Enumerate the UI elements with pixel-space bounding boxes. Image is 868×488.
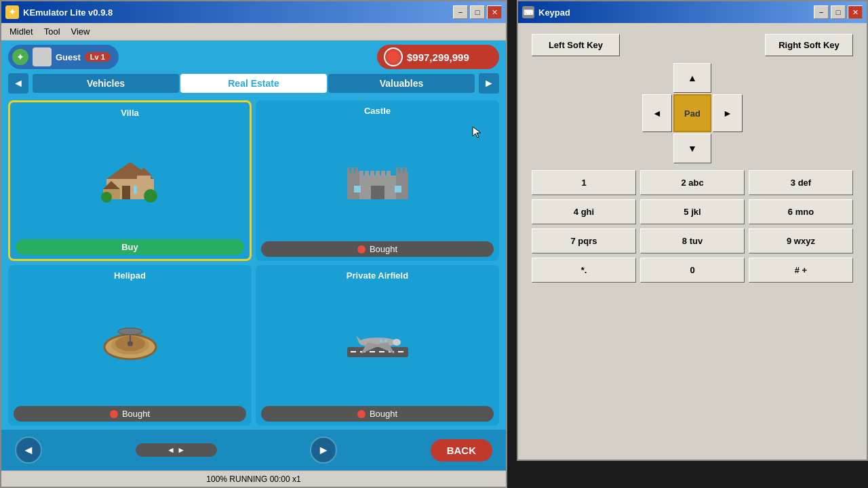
footer-right-button[interactable]: ►	[310, 436, 337, 464]
emulator-icon: ✦	[5, 5, 19, 19]
game-tabs: ◄ Vehicles Real Estate Valuables ►	[1, 73, 506, 94]
item-card-villa[interactable]: Villa Buy	[8, 100, 252, 261]
status-text: 100% RUNNING 00:00 x1	[206, 474, 300, 484]
svg-rect-14	[355, 167, 358, 174]
menu-midlet[interactable]: Midlet	[4, 25, 39, 38]
svg-point-42	[380, 340, 382, 342]
numpad: 1 2 abc 3 def 4 ghi 5 jkl 6 mno 7 pqrs 8…	[532, 170, 853, 283]
star-icon: ✦	[12, 49, 28, 65]
svg-point-10	[144, 189, 157, 203]
keypad-title-bar: ⌨ Keypad − □ ✕	[518, 1, 867, 23]
item-image-airfield	[261, 283, 494, 403]
bought-airfield-button: Bought	[261, 406, 494, 422]
key-3[interactable]: 3 def	[749, 170, 853, 195]
item-image-castle	[261, 119, 494, 239]
scroll-track[interactable]: ◄ ►	[136, 443, 217, 457]
tab-real-estate[interactable]: Real Estate	[180, 74, 327, 93]
dpad-left-button[interactable]: ◄	[642, 94, 672, 132]
svg-rect-18	[404, 167, 407, 174]
key-star[interactable]: *.	[532, 258, 636, 283]
dpad-empty-tr	[713, 63, 743, 93]
svg-rect-20	[359, 171, 363, 178]
svg-rect-28	[395, 186, 401, 192]
money-display: $997,299,999	[377, 45, 499, 69]
svg-rect-26	[371, 186, 384, 199]
key-6[interactable]: 6 mno	[749, 199, 853, 224]
emulator-window-controls: − □ ✕	[453, 5, 502, 19]
buy-villa-button[interactable]: Buy	[16, 239, 244, 255]
keypad-close-button[interactable]: ✕	[848, 5, 863, 19]
status-bar: 100% RUNNING 00:00 x1	[1, 470, 506, 487]
key-2[interactable]: 2 abc	[640, 170, 745, 195]
game-footer: ◄ ◄ ► ► BACK	[1, 430, 506, 470]
menu-tool[interactable]: Tool	[39, 25, 66, 38]
key-0[interactable]: 0	[640, 258, 745, 283]
key-1[interactable]: 1	[532, 170, 636, 195]
keypad-maximize-button[interactable]: □	[831, 5, 846, 19]
dpad-empty-tl	[642, 63, 672, 93]
svg-point-43	[384, 340, 387, 342]
keypad-minimize-button[interactable]: −	[814, 5, 829, 19]
dpad-empty-br	[713, 134, 743, 163]
svg-rect-21	[365, 171, 369, 178]
soft-keys-row: Left Soft Key Right Soft Key	[532, 34, 853, 56]
keypad-window: ⌨ Keypad − □ ✕ Left Soft Key Right Soft …	[517, 0, 868, 461]
avatar	[33, 47, 52, 66]
left-soft-key-button[interactable]: Left Soft Key	[532, 34, 620, 56]
emulator-title: KEmulator Lite v0.9.8	[23, 7, 453, 18]
dpad-right-button[interactable]: ►	[713, 94, 743, 132]
key-8[interactable]: 8 tuv	[640, 228, 745, 253]
emulator-window: ✦ KEmulator Lite v0.9.8 − □ ✕ Midlet Too…	[0, 0, 507, 488]
svg-point-34	[127, 341, 133, 346]
tab-left-arrow[interactable]: ◄	[8, 73, 28, 94]
key-5[interactable]: 5 jkl	[640, 199, 745, 224]
item-image-villa	[16, 121, 244, 237]
item-name-helipad: Helipad	[114, 270, 146, 281]
svg-rect-13	[351, 167, 354, 174]
item-card-airfield[interactable]: Private Airfield	[256, 265, 499, 426]
tabs-container: Vehicles Real Estate Valuables	[33, 74, 475, 93]
keypad-title: Keypad	[538, 7, 570, 18]
svg-marker-40	[356, 336, 363, 342]
key-7[interactable]: 7 pqrs	[532, 228, 636, 253]
key-9[interactable]: 9 wxyz	[749, 228, 853, 253]
footer-left-button[interactable]: ◄	[15, 436, 42, 464]
item-card-helipad[interactable]: Helipad Bought	[8, 265, 252, 426]
emulator-close-button[interactable]: ✕	[487, 5, 502, 19]
tab-vehicles[interactable]: Vehicles	[33, 74, 179, 93]
svg-rect-17	[400, 167, 403, 174]
dpad-down-button[interactable]: ▼	[673, 134, 711, 163]
dpad: ▲ ◄ Pad ► ▼	[642, 63, 743, 163]
chip-icon	[384, 47, 403, 66]
emulator-maximize-button[interactable]: □	[470, 5, 485, 19]
dpad-up-button[interactable]: ▲	[673, 63, 711, 93]
svg-rect-27	[354, 186, 361, 192]
red-dot-helipad	[110, 410, 118, 418]
menu-view[interactable]: View	[66, 25, 96, 38]
item-card-castle[interactable]: Castle	[256, 100, 499, 261]
center-controls: ◄ ►	[136, 443, 217, 457]
emulator-minimize-button[interactable]: −	[453, 5, 468, 19]
red-dot-castle	[357, 245, 366, 253]
game-header: ✦ Guest Lv 1 $997,299,999	[1, 41, 506, 73]
right-soft-key-button[interactable]: Right Soft Key	[765, 34, 853, 56]
svg-rect-24	[381, 171, 385, 178]
level-badge: Lv 1	[85, 52, 111, 62]
back-button[interactable]: BACK	[431, 439, 492, 462]
bought-castle-button: Bought	[261, 241, 494, 257]
svg-rect-16	[396, 167, 399, 174]
player-info: ✦ Guest Lv 1	[8, 45, 119, 69]
key-hash[interactable]: # +	[749, 258, 853, 283]
keypad-window-controls: − □ ✕	[814, 5, 863, 19]
tab-valuables[interactable]: Valuables	[328, 74, 475, 93]
dpad-center-button[interactable]: Pad	[673, 94, 711, 132]
emulator-title-bar: ✦ KEmulator Lite v0.9.8 − □ ✕	[1, 1, 506, 23]
key-4[interactable]: 4 ghi	[532, 199, 636, 224]
item-name-villa: Villa	[121, 108, 139, 118]
bought-helipad-button: Bought	[14, 406, 246, 422]
tab-right-arrow[interactable]: ►	[479, 73, 499, 94]
svg-point-33	[118, 328, 142, 335]
item-name-airfield: Private Airfield	[347, 270, 408, 281]
keypad-body: Left Soft Key Right Soft Key ▲ ◄ Pad ► ▼…	[518, 23, 867, 460]
keypad-icon: ⌨	[522, 6, 534, 18]
